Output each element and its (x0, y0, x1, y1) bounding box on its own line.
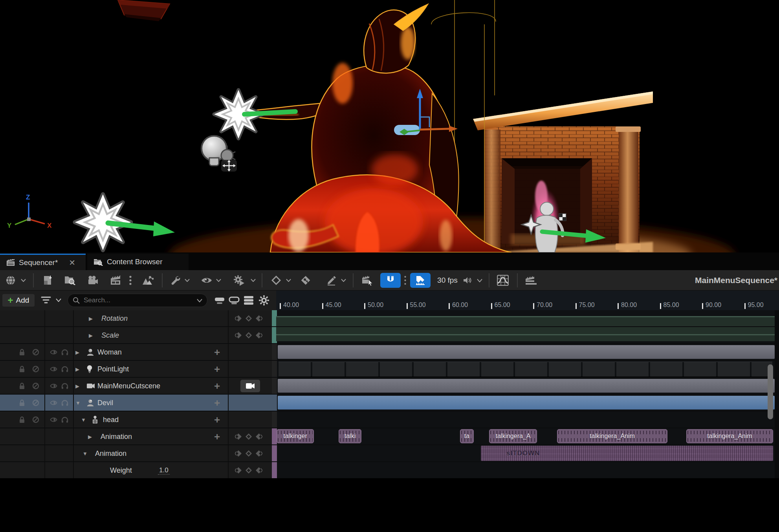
lock-icon[interactable] (19, 416, 25, 423)
add-section-button[interactable]: + (214, 430, 220, 442)
add-section-button[interactable]: + (214, 346, 220, 358)
fps-label[interactable]: 30 fps (434, 270, 461, 291)
sequence-name[interactable]: MainMenuSequence* (695, 270, 777, 291)
animation-clip-sitdown[interactable]: sITDOWN (481, 446, 773, 461)
track-lane-devil[interactable] (276, 395, 775, 411)
track-row-mainmenucutscene[interactable]: ▶MainMenuCutscene+ (0, 378, 276, 394)
headphones-icon[interactable] (61, 400, 68, 406)
section-bar[interactable] (278, 345, 775, 359)
section-bar[interactable] (278, 379, 775, 393)
save-asset-icon[interactable] (39, 270, 57, 291)
close-icon[interactable]: ✕ (69, 258, 75, 267)
sequence-list-icon[interactable] (522, 270, 541, 291)
ceiling-lamp[interactable] (118, 0, 170, 21)
add-section-button[interactable]: + (214, 380, 220, 392)
lock-icon[interactable] (19, 349, 25, 356)
edit-pencil-icon[interactable] (323, 270, 340, 291)
devil-character[interactable] (235, 4, 511, 252)
lock-icon[interactable] (19, 382, 25, 389)
search-box[interactable] (68, 294, 207, 307)
viewport-3d[interactable]: Z Y X (0, 0, 779, 252)
collapse-arrow-icon[interactable]: ▼ (75, 400, 81, 406)
track-row-rotation[interactable]: ▶Rotation (0, 310, 276, 326)
visibility-icon[interactable] (50, 349, 57, 355)
track-row-woman[interactable]: ▶Woman+ (0, 344, 276, 360)
ban-icon[interactable] (32, 349, 39, 356)
slate-icon[interactable] (107, 270, 124, 291)
bulb-gear-icon[interactable] (202, 136, 237, 172)
track-lane-mainmenucutscene[interactable] (276, 378, 775, 394)
key-navigation-buttons[interactable] (235, 450, 262, 457)
add-track-button[interactable]: + Add (2, 294, 35, 307)
expand-arrow-icon[interactable]: ▶ (89, 315, 93, 321)
animation-clip[interactable]: talkingera_Anim (557, 429, 667, 443)
view-eye-icon[interactable] (198, 270, 215, 291)
expand-arrow-icon[interactable]: ▶ (75, 366, 79, 372)
light-starburst-icon-2[interactable] (75, 194, 175, 250)
track-row-animation[interactable]: ▼Animation (0, 445, 276, 461)
timeline-ruler[interactable]: 40.0045.0050.0055.0060.0065.0070.0075.00… (276, 291, 779, 310)
keyframe-diamond-icon[interactable] (268, 270, 284, 291)
track-lane-animation[interactable]: talkingertalkitatalkingera_Atalkingera_A… (276, 428, 775, 444)
headphones-icon[interactable] (61, 349, 68, 355)
visibility-icon[interactable] (50, 366, 57, 372)
expand-arrow-icon[interactable]: ▶ (75, 349, 79, 355)
tab-sequencer[interactable]: Sequencer* ✕ (0, 254, 86, 270)
ban-icon[interactable] (32, 366, 39, 373)
size-small-icon[interactable] (214, 296, 225, 305)
camera-cut-lock-button[interactable] (240, 380, 260, 392)
ban-icon[interactable] (32, 382, 39, 389)
camera-icon[interactable] (84, 270, 101, 291)
vertical-dots-icon[interactable] (126, 270, 134, 291)
slate-cursor-icon[interactable] (358, 270, 376, 291)
size-large-icon[interactable] (243, 295, 254, 305)
curve-editor-icon[interactable] (493, 270, 512, 291)
chevron-down-icon[interactable] (183, 270, 191, 291)
key-navigation-buttons[interactable] (235, 332, 262, 339)
collapse-arrow-icon[interactable]: ▼ (81, 417, 86, 422)
visibility-icon[interactable] (50, 383, 57, 389)
vertical-dots-icon[interactable] (401, 270, 409, 291)
gear-icon[interactable] (258, 295, 269, 306)
lock-icon[interactable] (19, 399, 25, 406)
track-row-pointlight[interactable]: ▶PointLight+ (0, 361, 276, 377)
track-row-head[interactable]: ▼head+ (0, 411, 276, 428)
add-section-button[interactable]: + (214, 413, 220, 426)
track-row-weight[interactable]: Weight1.0 (0, 462, 276, 478)
section-bar-selected[interactable] (278, 396, 775, 410)
render-movie-icon[interactable] (138, 270, 157, 291)
snap-magnet-icon[interactable] (380, 273, 401, 288)
speaker-icon[interactable] (462, 270, 472, 291)
visibility-icon[interactable] (50, 400, 57, 406)
track-row-animation[interactable]: ▶Animation+ (0, 428, 276, 444)
track-lane-woman[interactable] (276, 344, 775, 360)
chevron-down-icon[interactable] (19, 270, 27, 291)
size-medium-icon[interactable] (229, 296, 240, 305)
chevron-down-icon[interactable] (339, 270, 347, 291)
expand-arrow-icon[interactable]: ▶ (75, 383, 79, 389)
track-lane-pointlight[interactable] (276, 361, 775, 377)
light-direction-arrow[interactable] (244, 112, 295, 114)
world-icon[interactable] (2, 270, 19, 291)
track-lane-rotation[interactable] (276, 310, 775, 326)
ban-icon[interactable] (32, 399, 39, 406)
filter-icon[interactable] (41, 296, 51, 305)
auto-key-icon[interactable] (297, 270, 314, 291)
expand-arrow-icon[interactable]: ▶ (89, 332, 93, 338)
track-row-devil[interactable]: ▼Devil+ (0, 395, 276, 411)
section-cells[interactable] (279, 362, 772, 377)
track-lane-head[interactable] (276, 411, 775, 428)
lock-icon[interactable] (19, 366, 25, 373)
ruler-snap-icon[interactable] (410, 273, 431, 288)
track-lane-animation[interactable]: sITDOWN (276, 445, 775, 461)
track-lane-weight[interactable] (276, 462, 775, 478)
animation-clip[interactable]: talkingera_Anim (686, 429, 773, 443)
collapse-arrow-icon[interactable]: ▼ (82, 450, 88, 456)
headphones-icon[interactable] (61, 366, 68, 372)
light-starburst-icon[interactable] (214, 90, 295, 139)
chevron-down-icon[interactable] (284, 270, 292, 291)
vertical-scrollbar[interactable] (768, 364, 773, 419)
track-row-scale[interactable]: ▶Scale (0, 327, 276, 343)
key-navigation-buttons[interactable] (235, 467, 262, 474)
headphones-icon[interactable] (61, 417, 68, 423)
